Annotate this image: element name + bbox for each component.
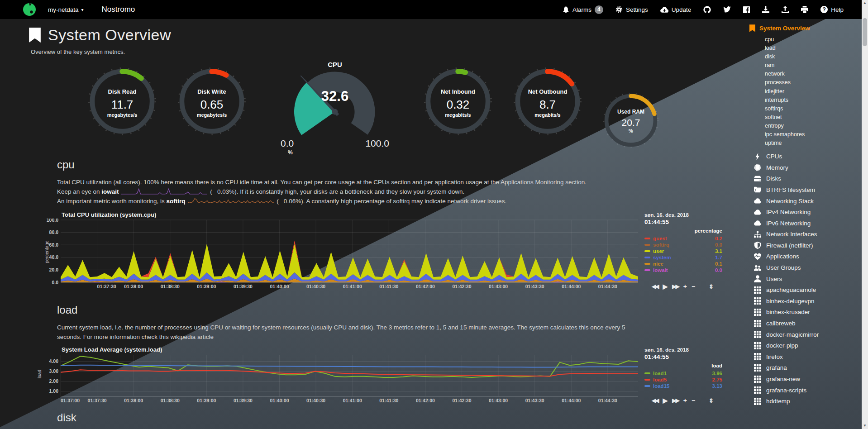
gauge-max-label: 100.0 [365,138,389,149]
question-icon: ? [820,6,828,13]
sidebar-item-applications[interactable]: Applications [754,253,863,260]
twitter-button[interactable] [723,6,731,13]
sidebar-item-firewall-netfilter-[interactable]: Firewall (netfilter) [754,242,863,249]
svg-text:01:43:00: 01:43:00 [489,284,508,289]
sidebar-item-idlejitter[interactable]: idlejitter [765,88,863,95]
sidebar-item-network[interactable]: network [765,71,863,78]
resize-handle[interactable]: ⇕ [709,283,714,290]
legend-row[interactable]: nice 0.1 [644,261,723,267]
zoom-in-button[interactable]: + [683,397,687,404]
sidebar-item-softnet[interactable]: softnet [765,114,863,121]
pan-forward-button[interactable]: ▶▶ [672,283,678,290]
cpu-gauge[interactable]: CPU 32.6 0.0 100.0 % [267,61,403,156]
legend-row[interactable]: iowait 0.0 [644,267,723,273]
legend-row[interactable]: softirq 0.0 [644,242,723,248]
sidebar-item-ipv4-networking[interactable]: IPv4 Networking [754,209,863,216]
sidebar-item-docker-magicmirror[interactable]: docker-magicmirror [754,331,863,338]
scroll-up-icon[interactable]: ▲ [863,0,867,6]
sidebar-item-docker-plpp[interactable]: docker-plpp [754,342,863,349]
zoom-out-button[interactable]: − [692,397,695,404]
legend-row[interactable]: guest 0.2 [644,235,723,242]
sidebar-item-interrupts[interactable]: interrupts [765,97,863,104]
used-ram-gauge[interactable]: Used RAM 20.7 % [603,92,659,148]
import-snapshot-button[interactable] [782,6,789,13]
sidebar-item-firefox[interactable]: firefox [754,353,863,360]
sidebar-item-users[interactable]: Users [754,275,863,282]
sidebar-item-ipv6-networking[interactable]: IPv6 Networking [754,219,863,227]
legend-series-value: 0.2 [715,235,723,242]
sidebar-item-processes[interactable]: processes [765,79,863,86]
cpu-chart-plot[interactable]: 0.020.040.060.080.0100.001:37:3001:38:00… [43,219,639,290]
sidebar-item-softirqs[interactable]: softirqs [765,105,863,113]
settings-button[interactable]: Settings [615,6,648,13]
legend-swatch-icon [644,250,650,252]
legend-units-header: load [644,363,723,368]
github-icon [703,6,711,14]
sidebar-item-memory[interactable]: Memory [754,164,863,171]
softirq-sparkline[interactable] [188,198,274,205]
gauge-units: megabytes/s [177,112,246,118]
net-outbound-gauge[interactable]: Net Outbound 8.7 megabits/s [513,67,582,136]
sidebar-item-grafana[interactable]: grafana [754,364,863,372]
sidebar-item-entropy[interactable]: entropy [765,123,863,130]
sidebar-item-grafana-new[interactable]: grafana-new [754,376,863,383]
facebook-button[interactable] [743,6,750,13]
sidebar-item-uptime[interactable]: uptime [765,140,863,147]
sidebar-item-system-overview[interactable]: System Overview [749,24,863,32]
sidebar-item-apacheguacamole[interactable]: apacheguacamole [754,286,863,294]
sidebar-item-ipc-semaphores[interactable]: ipc semaphores [765,131,863,138]
sidebar-item-binhex-delugevpn[interactable]: binhex-delugevpn [754,297,863,305]
alarms-button[interactable]: Alarms 4 [563,5,603,14]
sidebar-item-user-groups[interactable]: User Groups [754,264,863,272]
scroll-down-icon[interactable]: ▼ [863,423,867,429]
sidebar-item-binhex-krusader[interactable]: binhex-krusader [754,309,863,316]
sidebar-item-cpus[interactable]: CPUs [754,153,863,160]
sidebar-item-load[interactable]: load [765,45,863,52]
sidebar-item-calibreweb[interactable]: calibreweb [754,320,863,327]
legend-series-value: 0.0 [715,242,723,248]
legend-row[interactable]: load5 2.75 [644,377,723,383]
iowait-sparkline[interactable] [121,188,207,195]
legend-date: søn. 16. des. 2018 [644,212,723,218]
legend-row[interactable]: load15 3.13 [644,383,723,389]
pan-forward-button[interactable]: ▶▶ [672,397,678,404]
sidebar-item-hddtemp[interactable]: hddtemp [754,398,863,405]
pan-backward-button[interactable]: ◀◀ [652,283,658,290]
print-button[interactable] [801,6,808,13]
svg-text:01:41:00: 01:41:00 [343,284,362,289]
github-button[interactable] [703,6,711,14]
netdata-logo-icon[interactable] [23,3,36,16]
legend-row[interactable]: system 1.7 [644,254,723,261]
cloud-download-icon [660,6,668,13]
sidebar-item-btrfs-filesystem[interactable]: BTRFS filesystem [754,186,863,193]
load-chart-plot[interactable]: 1.002.003.004.0001:37:0001:37:3001:38:00… [43,353,639,404]
legend-row[interactable]: user 3.1 [644,248,723,254]
disk-read-gauge[interactable]: Disk Read 11.7 megabytes/s [88,67,157,136]
sidebar-item-network-interfaces[interactable]: Network Interfaces [754,231,863,238]
net-inbound-gauge[interactable]: Net Inbound 0.32 megabits/s [424,67,492,136]
gauge-min-label: 0.0 [281,138,294,149]
svg-text:01:41:30: 01:41:30 [379,284,398,289]
sidebar-item-networking-stack[interactable]: Networking Stack [754,197,863,205]
play-button[interactable]: ▶ [663,283,668,290]
zoom-in-button[interactable]: + [683,283,687,290]
scrollbar-thumb[interactable] [863,18,867,46]
legend-row[interactable]: load1 3.96 [644,370,723,377]
cpu-desc-line1: Total CPU utilization (all cores). 100% … [57,177,645,187]
pan-backward-button[interactable]: ◀◀ [652,397,658,404]
help-button[interactable]: ? Help [820,6,844,13]
sidebar-item-disks[interactable]: Disks [754,175,863,182]
machine-dropdown[interactable]: my-netdata ▾ [48,6,84,13]
export-snapshot-button[interactable] [762,6,769,13]
zoom-out-button[interactable]: − [692,283,695,290]
play-button[interactable]: ▶ [663,397,668,404]
sidebar-item-disk[interactable]: disk [765,53,863,61]
update-button[interactable]: Update [660,6,692,13]
resize-handle[interactable]: ⇕ [709,397,714,404]
disk-write-gauge[interactable]: Disk Write 0.65 megabytes/s [177,67,246,136]
sidebar-item-grafana-scripts[interactable]: grafana-scripts [754,386,863,394]
sidebar-item-ram[interactable]: ram [765,62,863,69]
sidebar-item-cpu[interactable]: cpu [765,36,863,43]
page-scrollbar[interactable]: ▲ ▼ [862,0,868,429]
machine-name: my-netdata [48,6,79,13]
